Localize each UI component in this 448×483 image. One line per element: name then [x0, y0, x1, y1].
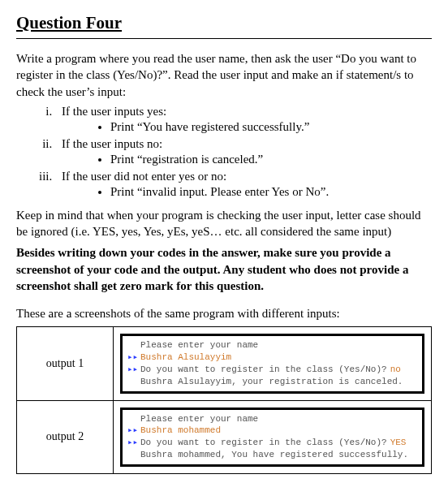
- terminal-output-1: Please enter your name ▸▸ Bushra Alsulay…: [120, 334, 424, 393]
- req-iii-sublist: Print “invalid input. Please enter Yes o…: [62, 185, 432, 199]
- req-iii-text: If the user did not enter yes or no:: [62, 170, 226, 183]
- output1-cell: Please enter your name ▸▸ Bushra Alsulay…: [114, 327, 432, 400]
- screenshot-requirement: Besides writing down your codes in the a…: [16, 244, 432, 294]
- question-title: Question Four: [16, 13, 432, 33]
- req-item-ii: If the user inputs no: Print “registrati…: [55, 137, 432, 166]
- req-ii-text: If the user inputs no:: [62, 137, 162, 150]
- req-ii-sublist: Print “registration is canceled.”: [62, 153, 432, 166]
- table-row: output 1 Please enter your name ▸▸ Bushr…: [17, 327, 432, 400]
- output2-label: output 2: [17, 400, 114, 473]
- input-arrow-icon: ▸▸: [127, 437, 137, 449]
- req-i-sublist: Print “You have registered successfully.…: [62, 120, 432, 134]
- req-item-iii: If the user did not enter yes or no: Pri…: [55, 170, 432, 199]
- term2-prompt-name: Please enter your name: [140, 413, 258, 425]
- term2-user-name: Bushra mohammed: [140, 425, 221, 437]
- title-separator: [16, 38, 432, 39]
- requirements-list: If the user inputs yes: Print “You have …: [16, 105, 432, 199]
- req-iii-bullet: Print “invalid input. Please enter Yes o…: [110, 185, 432, 199]
- term1-prompt-reg: Do you want to register in the class (Ye…: [140, 364, 387, 376]
- term2-prompt-reg: Do you want to register in the class (Ye…: [140, 437, 387, 449]
- input-arrow-icon: ▸▸: [127, 364, 137, 376]
- output2-cell: Please enter your name ▸▸ Bushra mohamme…: [114, 400, 432, 473]
- outputs-table: output 1 Please enter your name ▸▸ Bushr…: [16, 326, 432, 474]
- req-ii-bullet: Print “registration is canceled.”: [110, 153, 432, 166]
- req-i-bullet: Print “You have registered successfully.…: [110, 120, 432, 134]
- input-arrow-icon: ▸▸: [127, 425, 137, 437]
- term1-user-name: Bushra Alsulayyim: [140, 351, 231, 364]
- screenshots-intro: These are a screenshots of the same prog…: [16, 305, 432, 321]
- term2-answer: YES: [390, 437, 407, 449]
- term1-answer: no: [390, 364, 401, 376]
- intro-paragraph: Write a program where you read the user …: [16, 50, 432, 100]
- term2-result: Bushra mohammed, You have registered suc…: [140, 449, 408, 461]
- term1-result: Bushra Alsulayyim, your registration is …: [140, 376, 403, 388]
- output1-label: output 1: [17, 327, 114, 400]
- req-i-text: If the user inputs yes:: [62, 105, 166, 118]
- term1-prompt-name: Please enter your name: [140, 339, 258, 351]
- case-note: Keep in mind that when your program is c…: [16, 207, 432, 240]
- req-item-i: If the user inputs yes: Print “You have …: [55, 105, 432, 134]
- terminal-output-2: Please enter your name ▸▸ Bushra mohamme…: [120, 408, 424, 467]
- table-row: output 2 Please enter your name ▸▸ Bushr…: [17, 400, 432, 473]
- input-arrow-icon: ▸▸: [127, 351, 137, 364]
